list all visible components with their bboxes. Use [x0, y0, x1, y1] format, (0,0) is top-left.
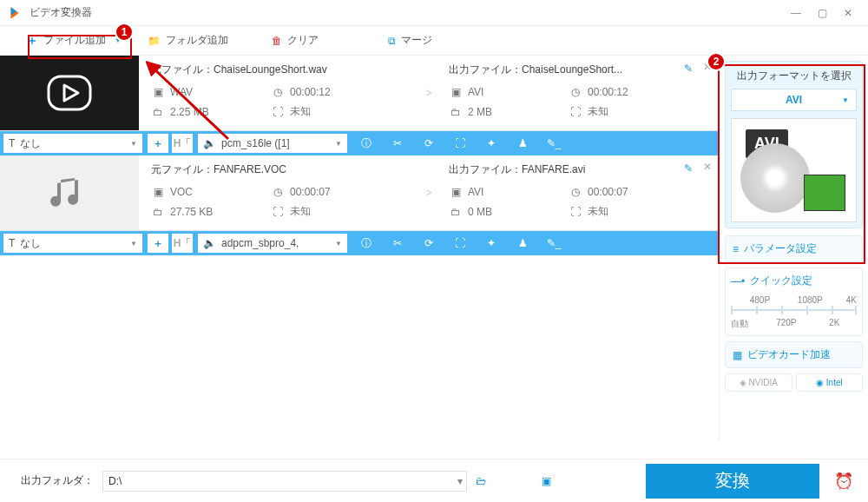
merge-label: マージ — [401, 33, 432, 48]
scale-4k: 4K — [846, 295, 857, 305]
output-size: 0 MB — [468, 206, 492, 218]
file-thumbnail[interactable] — [0, 155, 139, 230]
output-file-prefix: 出力ファイル： — [449, 63, 522, 76]
output-duration: 00:00:07 — [588, 186, 628, 198]
speaker-icon: 🔈 — [203, 237, 216, 249]
info-button[interactable]: ⓘ — [351, 131, 382, 155]
add-file-label: ファイル追加 — [43, 33, 106, 48]
close-window-button[interactable]: ✕ — [835, 4, 861, 22]
output-format: AVI — [468, 186, 483, 198]
gpu-accel-button[interactable]: ▦ ビデオカード加速 — [725, 341, 863, 368]
source-size: 2.25 MB — [170, 106, 209, 118]
output-dimension: 未知 — [588, 204, 608, 219]
format-preview[interactable]: AVI — [731, 118, 857, 222]
queue-button[interactable]: ▣ — [542, 475, 564, 487]
add-folder-button[interactable]: 📁 フォルダ追加 — [148, 33, 228, 48]
convert-button[interactable]: 変換 — [646, 464, 819, 499]
source-size: 27.75 KB — [170, 206, 213, 218]
nvidia-icon: ◈ — [740, 378, 746, 387]
app-logo-icon — [7, 5, 23, 21]
cut-button[interactable]: ✂ — [382, 231, 413, 255]
quality-slider[interactable]: 480P 1080P 4K 自動 720P 2K — [731, 295, 857, 330]
dimension-icon: ⛶ — [271, 205, 285, 219]
high-quality-button[interactable]: H「 — [172, 134, 193, 153]
folder-icon: 🗀 — [151, 205, 165, 219]
film-icon — [804, 175, 845, 211]
chevron-down-icon: ▼ — [130, 140, 137, 148]
nvidia-card[interactable]: ◈NVIDIA — [725, 373, 792, 392]
edit-output-button[interactable]: ✎ — [684, 162, 693, 175]
file-thumbnail[interactable] — [0, 56, 139, 130]
rotate-button[interactable]: ⟳ — [413, 231, 444, 255]
subtitle-dropdown[interactable]: Tなし▼ — [3, 134, 142, 153]
watermark-button[interactable]: ♟ — [507, 131, 538, 155]
source-format: VOC — [170, 186, 193, 198]
output-duration: 00:00:12 — [588, 86, 628, 98]
rotate-button[interactable]: ⟳ — [413, 131, 444, 155]
music-icon — [43, 171, 95, 215]
schedule-button[interactable]: ⏰ — [828, 472, 859, 491]
dimension-icon: ⛶ — [569, 205, 582, 219]
merge-icon: ⧉ — [388, 35, 396, 47]
open-folder-button[interactable]: 🗁 — [476, 475, 498, 487]
subtitle-edit-button[interactable]: ✎_ — [538, 131, 569, 155]
dimension-icon: ⛶ — [271, 105, 285, 119]
folder-icon: 🗀 — [449, 205, 463, 219]
output-file-name: ChaiseLoungeShort... — [522, 63, 622, 76]
subtitle-edit-button[interactable]: ✎_ — [538, 231, 569, 255]
disc-icon — [740, 143, 810, 213]
callout-badge-1: 1 — [115, 23, 134, 42]
maximize-button[interactable]: ▢ — [809, 4, 835, 22]
output-folder-input[interactable]: D:\ ▾ — [102, 471, 467, 492]
window-title: ビデオ変換器 — [30, 5, 783, 20]
merge-button[interactable]: ⧉ マージ — [388, 33, 432, 48]
crop-button[interactable]: ⛶ — [444, 131, 476, 155]
clock-icon: ◷ — [569, 185, 582, 199]
clock-icon: ◷ — [271, 185, 285, 199]
minimize-button[interactable]: — — [783, 4, 809, 22]
chevron-down-icon: ▼ — [842, 96, 849, 104]
source-dimension: 未知 — [290, 104, 311, 119]
intel-icon: ◉ — [816, 378, 824, 387]
add-track-button[interactable]: ＋ — [148, 234, 168, 253]
audio-codec-dropdown[interactable]: 🔈adpcm_sbpro_4,▼ — [198, 234, 347, 253]
source-dimension: 未知 — [290, 204, 311, 219]
info-button[interactable]: ⓘ — [351, 231, 382, 255]
add-track-button[interactable]: ＋ — [148, 134, 168, 153]
speaker-icon: 🔈 — [203, 137, 216, 149]
gpu-accel-label: ビデオカード加速 — [747, 347, 831, 362]
output-format-label: 出力フォーマットを選択 — [731, 69, 857, 83]
video-format-icon: ▣ — [449, 185, 463, 199]
trash-icon: 🗑 — [272, 35, 282, 47]
cut-button[interactable]: ✂ — [382, 131, 413, 155]
parameter-settings-button[interactable]: ≡ パラメータ設定 — [725, 235, 863, 262]
output-format-dropdown[interactable]: AVI ▼ — [731, 89, 857, 111]
scale-1080p: 1080P — [798, 295, 823, 305]
chevron-down-icon: ▼ — [130, 240, 137, 248]
crop-button[interactable]: ⛶ — [444, 231, 476, 255]
effect-button[interactable]: ✦ — [476, 231, 507, 255]
edit-output-button[interactable]: ✎ — [684, 63, 693, 75]
chevron-down-icon: ▼ — [335, 240, 342, 248]
codec-value: adpcm_sbpro_4, — [221, 237, 299, 249]
quick-settings-label: クイック設定 — [750, 274, 812, 288]
folder-plus-icon: 📁 — [148, 35, 161, 47]
subtitle-t-icon: T — [9, 137, 15, 149]
convert-arrow-icon: > — [421, 56, 437, 130]
output-folder-path: D:\ — [108, 475, 122, 487]
audio-codec-dropdown[interactable]: 🔈pcm_s16le ([1]▼ — [198, 134, 347, 153]
intel-card[interactable]: ◉Intel — [796, 373, 864, 392]
clear-button[interactable]: 🗑 クリア — [272, 33, 319, 48]
subtitle-value: なし — [20, 236, 41, 251]
subtitle-dropdown[interactable]: Tなし▼ — [3, 234, 142, 253]
watermark-button[interactable]: ♟ — [507, 231, 538, 255]
source-duration: 00:00:12 — [290, 86, 331, 98]
high-quality-button[interactable]: H「 — [172, 234, 193, 253]
add-file-button[interactable]: ＋ ファイル追加 — [26, 33, 106, 49]
plus-icon: ＋ — [26, 33, 38, 49]
scale-720p: 720P — [776, 318, 796, 327]
remove-file-button[interactable]: ✕ — [703, 161, 712, 173]
convert-label: 変換 — [715, 469, 750, 492]
effect-button[interactable]: ✦ — [476, 131, 507, 155]
scale-2k: 2K — [829, 318, 839, 327]
